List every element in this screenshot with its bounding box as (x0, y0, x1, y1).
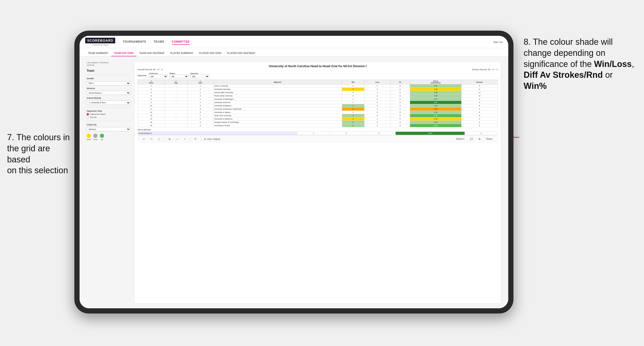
cell-opponent: University of Arizona (213, 101, 342, 104)
plus-button[interactable]: + (183, 137, 187, 141)
subnav-team-h2h-heatmap[interactable]: TEAM H2H HEATMAP (136, 50, 167, 56)
cell-tie: 0 (390, 104, 410, 108)
subnav-team-h2h-grid[interactable]: TEAM H2H GRID (111, 50, 136, 56)
subnav-player-h2h-heatmap[interactable]: PLAYER H2H HEATMAP (224, 50, 258, 56)
legend-up: Up (100, 134, 104, 140)
grid-content: University of North Carolina Head-to-Hea… (134, 61, 501, 304)
annotation-right: 8. The colour shade will change dependin… (524, 36, 637, 92)
step-back-button[interactable]: ◁ (156, 137, 161, 141)
cell-win: 0 (342, 108, 364, 111)
redo-button[interactable]: ↪ (149, 137, 154, 141)
watch-button[interactable]: Watch ▾ (455, 137, 466, 141)
cell-opponent: Auburn University (213, 84, 342, 88)
cell-conf: 4 (188, 121, 213, 124)
cell-rounds: 8 (462, 104, 498, 108)
grid-records: Overall Record: 89 - 17 - 0 Division Rec… (138, 68, 498, 71)
nav-tournaments[interactable]: TOURNAMENTS (123, 39, 146, 45)
cell-diff: 2.28 (410, 91, 462, 94)
col-loss: Loss (364, 80, 390, 84)
cell-opponent: University of Washington (213, 98, 342, 101)
cell-loss: 0 (364, 114, 390, 117)
separator3 (201, 137, 201, 141)
radio-dot-opponents (87, 113, 89, 116)
subnav-player-h2h-grid[interactable]: PLAYER H2H GRID (196, 50, 224, 56)
col-rank: #Rank (138, 80, 165, 84)
sign-out-button[interactable]: Sign out (489, 40, 502, 43)
division-label: Division (87, 87, 130, 90)
table-row: 9 - 1 University of Arizona 1 0 0 9.00 2 (138, 101, 498, 104)
cell-win: 0 (342, 117, 364, 121)
cell-conf: 3 (188, 111, 213, 114)
minus-button[interactable]: — (175, 137, 180, 141)
cell-opponent: Florida State University (213, 94, 342, 98)
cell-reg: - (164, 94, 188, 98)
cell-diff: 9.00 (410, 101, 462, 104)
cell-diff: 2.61 (410, 104, 462, 108)
legend-down-dot (87, 134, 91, 138)
cell-loss: 0 (364, 101, 390, 104)
division-select[interactable]: NCAA Division I (87, 91, 130, 95)
cell-rounds: 3 (462, 108, 498, 111)
zoom-button[interactable]: ⊞ (167, 137, 172, 141)
cell-opponent: University of Florida (213, 124, 342, 127)
cell-tie: 0 (390, 101, 410, 104)
colour-by-select[interactable]: Win/loss (87, 127, 130, 131)
conference-select[interactable]: (All) (149, 74, 168, 78)
cell-rank: 6 (138, 94, 165, 98)
radio-top100[interactable]: Top 100 (87, 116, 130, 119)
cell-reg: - (164, 84, 188, 88)
cell-reg: - (164, 111, 188, 114)
cell-rounds: 3 (462, 111, 498, 114)
cell-diff: -1.00 (410, 117, 462, 121)
out-tie: 0 (363, 132, 396, 135)
cell-conf: 2 (188, 88, 213, 91)
cell-reg: - (164, 121, 188, 124)
opponent-select[interactable]: (All) (190, 74, 209, 78)
region-filter: Region (All) (170, 73, 188, 78)
comment-button[interactable]: 💬 (468, 137, 474, 141)
subnav-team-summary[interactable]: TEAM SUMMARY (85, 50, 111, 56)
cell-opponent: University of Virginia (213, 111, 342, 114)
grid-title: University of North Carolina Head-to-Hea… (138, 64, 498, 68)
col-win: Win (342, 80, 364, 84)
legend-level-dot (93, 134, 98, 138)
cell-loss: 1 (364, 91, 390, 94)
cell-conf: 1 (188, 114, 213, 117)
cell-loss: 0 (364, 98, 390, 101)
table-row: 3 - 2 Vanderbilt University 0 4 0 -2.29 … (138, 88, 498, 91)
col-tie: Tie (390, 80, 410, 84)
legend-up-dot (100, 134, 104, 138)
radio-opponents-played[interactable]: Opponents Played (87, 113, 130, 116)
undo-button[interactable]: ↩ (142, 137, 146, 141)
logo: SCOREBOARD Powered by clippd (85, 38, 115, 46)
table-row: 10 - 5 University of Alabama 3 0 0 2.61 … (138, 104, 498, 108)
cell-rank: 13 (138, 114, 165, 117)
main-nav: TOURNAMENTS TEAMS COMMITTEE (123, 39, 489, 45)
cell-tie: 0 (390, 124, 410, 127)
cell-conf: 0 (188, 117, 213, 121)
cell-tie: 0 (390, 98, 410, 101)
tablet: SCOREBOARD Powered by clippd TOURNAMENTS… (74, 31, 514, 314)
cell-rank: 3 (138, 88, 165, 91)
region-select[interactable]: (All) (170, 74, 188, 78)
colour-by-label: Colour by (87, 124, 130, 126)
out-of-division-label: Out of division (138, 129, 498, 131)
share-button[interactable]: Share (485, 137, 494, 141)
grid-button[interactable]: ⊞ (477, 137, 482, 141)
cell-reg: - (164, 114, 188, 117)
cell-loss: 0 (364, 104, 390, 108)
cell-win: 1 (342, 101, 364, 104)
subnav-player-summary[interactable]: PLAYER SUMMARY (167, 50, 196, 56)
out-of-division-table: NCAA Division II 1 0 0 26.00 3 (138, 132, 498, 135)
cell-tie: 0 (390, 108, 410, 111)
gender-select[interactable]: Men's (87, 81, 130, 85)
cell-tie: 0 (390, 114, 410, 117)
nav-committee[interactable]: COMMITTEE (172, 39, 190, 45)
cell-rank: 12 (138, 111, 165, 114)
cell-rank: 15 (138, 121, 165, 124)
timer-button[interactable]: ⏱ (193, 137, 198, 141)
nav-teams[interactable]: TEAMS (154, 39, 164, 45)
school-select[interactable]: 1. University of Nort... (87, 101, 130, 105)
cell-rank: 16 (138, 124, 165, 127)
cell-win: 1 (342, 98, 364, 101)
